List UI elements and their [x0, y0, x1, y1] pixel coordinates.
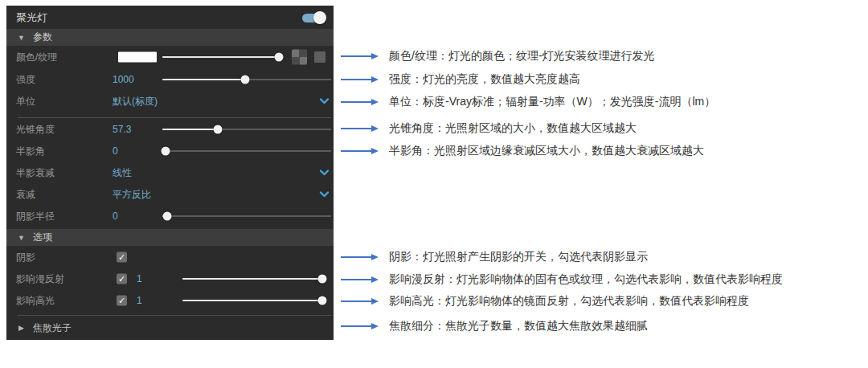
arrow-right-icon	[341, 276, 379, 283]
toggle-knob[interactable]	[313, 11, 326, 24]
row-shadow-radius: 阴影半径 0	[6, 205, 334, 227]
penumbra-falloff-value[interactable]: 线性	[113, 166, 132, 179]
affect-specular-slider[interactable]	[182, 289, 326, 311]
shadow-radius-label: 阴影半径	[16, 209, 55, 223]
annotation-text: 强度：灯光的亮度，数值越大亮度越高	[389, 72, 580, 87]
section-header-options[interactable]: ▼ 选项	[6, 229, 334, 246]
row-intensity: 强度 1000	[6, 68, 334, 90]
intensity-value[interactable]: 1000	[113, 74, 134, 85]
cone-angle-label: 光锥角度	[16, 122, 55, 136]
penumbra-angle-value[interactable]: 0	[113, 145, 118, 157]
annotation-text: 单位：标度-Vray标准；辐射量-功率（W）；发光强度-流明（lm）	[389, 95, 715, 109]
annotation-affect-specular: 影响高光：灯光影响物体的镜面反射，勾选代表影响，数值代表影响程度	[341, 293, 749, 309]
slider-fill	[182, 278, 322, 280]
shadows-label: 阴影	[16, 250, 35, 264]
affect-diffuse-checkbox[interactable]: ✓	[117, 273, 127, 284]
slider-knob[interactable]	[318, 274, 327, 283]
annotation-text: 焦散细分：焦散光子数量，数值越大焦散效果越细腻	[389, 319, 648, 333]
row-penumbra-falloff: 半影衰减 线性	[6, 162, 334, 183]
affect-specular-label: 影响高光	[16, 293, 55, 307]
slider-fill	[182, 300, 322, 301]
arrow-right-icon	[341, 53, 379, 59]
row-affect-specular: 影响高光 ✓ 1	[6, 289, 334, 311]
slider-knob[interactable]	[318, 296, 327, 305]
annotation-affect-diffuse: 影响漫反射：灯光影响物体的固有色或纹理，勾选代表影响，数值代表影响程度	[341, 272, 783, 288]
shadows-checkbox[interactable]: ✓	[117, 251, 127, 262]
annotation-text: 半影角：光照射区域边缘衰减区域大小，数值越大衰减区域越大	[389, 144, 704, 158]
slider-fill	[162, 56, 279, 58]
section-label-caustics: 焦散光子	[33, 321, 72, 335]
penumbra-angle-label: 半影角	[16, 144, 45, 157]
texture-checker-icon[interactable]	[292, 50, 307, 65]
section-label-options: 选项	[33, 231, 52, 244]
annotation-shadows: 阴影：灯光照射产生阴影的开关，勾选代表阴影显示	[341, 249, 648, 265]
chevron-down-icon[interactable]	[319, 169, 330, 176]
row-decay: 衰减 平方反比	[6, 183, 334, 205]
annotation-color-texture: 颜色/纹理：灯光的颜色；纹理-灯光安装纹理进行发光	[341, 48, 655, 64]
slider-knob[interactable]	[163, 211, 172, 220]
annotation-text: 光锥角度：光照射区域的大小，数值越大区域越大	[389, 121, 637, 136]
units-label: 单位	[16, 94, 35, 108]
slider-knob[interactable]	[214, 125, 223, 133]
annotation-text: 颜色/纹理：灯光的颜色；纹理-灯光安装纹理进行发光	[389, 49, 655, 63]
row-cone-angle: 光锥角度 57.3	[6, 118, 334, 140]
row-units: 单位 默认(标度)	[6, 90, 334, 112]
slider-fill	[162, 79, 245, 80]
chevron-down-icon[interactable]	[319, 97, 330, 104]
arrow-right-icon	[341, 99, 379, 105]
shadow-radius-slider[interactable]	[162, 205, 331, 227]
slider-knob[interactable]	[240, 75, 249, 84]
decay-value[interactable]: 平方反比	[113, 187, 151, 201]
decay-label: 衰减	[16, 187, 35, 201]
arrow-right-icon	[341, 298, 379, 305]
shadow-radius-value[interactable]: 0	[113, 211, 118, 222]
penumbra-angle-slider[interactable]	[162, 140, 331, 162]
annotation-cone-angle: 光锥角度：光照射区域的大小，数值越大区域越大	[341, 121, 637, 137]
cone-angle-value[interactable]: 57.3	[113, 124, 131, 135]
annotation-intensity: 强度：灯光的亮度，数值越大亮度越高	[341, 72, 580, 88]
slider-knob[interactable]	[162, 146, 170, 155]
slider-track	[162, 150, 331, 151]
chevron-down-icon[interactable]	[319, 190, 330, 198]
spotlight-settings-panel: 聚光灯 ▼ 参数 颜色/纹理 强度 1000 单位 默认(标度)	[6, 6, 334, 340]
collapse-arrow-icon: ▼	[18, 34, 25, 42]
arrow-right-icon	[341, 323, 379, 329]
annotation-caustic-subdivs: 焦散细分：焦散光子数量，数值越大焦散效果越细腻	[341, 318, 648, 334]
slider-track	[162, 215, 331, 216]
affect-specular-checkbox[interactable]: ✓	[117, 295, 127, 305]
annotation-units: 单位：标度-Vray标准；辐射量-功率（W）；发光强度-流明（lm）	[341, 94, 715, 110]
annotation-text: 影响漫反射：灯光影响物体的固有色或纹理，勾选代表影响，数值代表影响程度	[389, 272, 783, 287]
penumbra-falloff-label: 半影衰减	[16, 166, 55, 179]
row-color-texture: 颜色/纹理	[6, 46, 334, 68]
units-value[interactable]: 默认(标度)	[113, 94, 158, 108]
affect-specular-value[interactable]: 1	[137, 295, 142, 306]
slider-knob[interactable]	[275, 52, 284, 61]
affect-diffuse-label: 影响漫反射	[16, 272, 64, 285]
cone-angle-slider[interactable]	[162, 118, 331, 140]
intensity-label: 强度	[16, 72, 35, 86]
light-enable-toggle[interactable]	[302, 11, 325, 24]
annotation-text: 阴影：灯光照射产生阴影的开关，勾选代表阴影显示	[389, 250, 648, 264]
color-multiplier-slider[interactable]	[162, 46, 281, 67]
slider-fill	[162, 129, 218, 130]
row-shadows: 阴影 ✓	[6, 246, 334, 268]
section-header-params[interactable]: ▼ 参数	[6, 29, 334, 46]
affect-diffuse-slider[interactable]	[182, 268, 326, 289]
annotation-penumbra-angle: 半影角：光照射区域边缘衰减区域大小，数值越大衰减区域越大	[341, 143, 704, 159]
panel-titlebar: 聚光灯	[6, 6, 334, 29]
panel-title: 聚光灯	[16, 10, 47, 25]
color-swatch[interactable]	[118, 52, 157, 63]
expand-arrow-icon: ▶	[18, 324, 24, 332]
section-header-caustics[interactable]: ▶ 焦散光子	[6, 316, 334, 340]
collapse-arrow-icon: ▼	[18, 234, 25, 242]
affect-diffuse-value[interactable]: 1	[137, 273, 142, 284]
texture-slot-icon[interactable]	[314, 51, 326, 63]
row-affect-diffuse: 影响漫反射 ✓ 1	[6, 268, 334, 289]
section-label-params: 参数	[33, 31, 52, 44]
arrow-right-icon	[341, 125, 379, 132]
arrow-right-icon	[341, 148, 379, 154]
color-texture-label: 颜色/纹理	[16, 51, 57, 64]
intensity-slider[interactable]	[162, 68, 331, 90]
annotation-text: 影响高光：灯光影响物体的镜面反射，勾选代表影响，数值代表影响程度	[389, 294, 749, 309]
arrow-right-icon	[341, 254, 379, 260]
